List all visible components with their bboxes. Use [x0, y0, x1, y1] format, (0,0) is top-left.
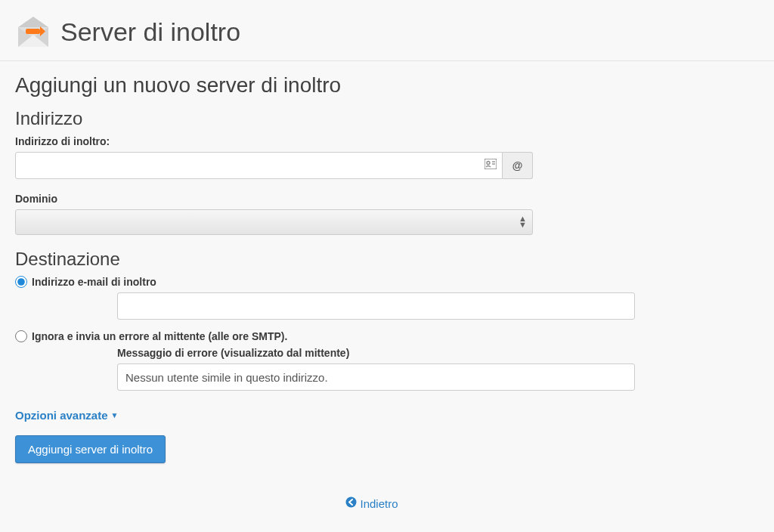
destination-heading: Destinazione — [15, 249, 759, 270]
error-radio[interactable] — [15, 330, 27, 342]
forward-option-row: Indirizzo e-mail di inoltro — [15, 276, 759, 288]
add-forwarder-heading: Aggiungi un nuovo server di inoltro — [15, 73, 759, 97]
arrow-left-circle-icon — [345, 496, 357, 510]
advanced-options-toggle[interactable]: Opzioni avanzate ▼ — [15, 409, 118, 422]
svg-marker-0 — [18, 17, 48, 27]
forward-email-input[interactable] — [117, 292, 635, 320]
error-message-wrapper: Messaggio di errore (visualizzato dal mi… — [117, 347, 759, 391]
svg-rect-4 — [26, 29, 40, 34]
domain-select[interactable] — [15, 209, 533, 235]
back-label: Indietro — [360, 497, 398, 510]
domain-select-wrapper: ▲▼ — [15, 209, 533, 235]
page-title: Server di inoltro — [60, 17, 240, 47]
forward-radio-label: Indirizzo e-mail di inoltro — [32, 276, 156, 288]
footer: Indietro — [15, 496, 759, 511]
forward-address-group: @ — [15, 152, 533, 179]
forward-email-wrapper — [117, 292, 759, 320]
forward-address-label: Indirizzo di inoltro: — [15, 135, 759, 147]
error-radio-label: Ignora e invia un errore al mittente (al… — [32, 330, 287, 342]
advanced-options-label: Opzioni avanzate — [15, 409, 108, 422]
error-message-input[interactable] — [117, 363, 635, 391]
forward-address-input[interactable] — [15, 152, 503, 179]
error-message-label: Messaggio di errore (visualizzato dal mi… — [117, 347, 759, 359]
content-area: Aggiungi un nuovo server di inoltro Indi… — [0, 61, 774, 523]
add-forwarder-button[interactable]: Aggiungi server di inoltro — [15, 435, 166, 463]
forward-radio[interactable] — [15, 276, 27, 288]
at-addon: @ — [503, 152, 533, 179]
domain-label: Dominio — [15, 193, 759, 205]
address-heading: Indirizzo — [15, 108, 759, 129]
svg-point-10 — [346, 497, 357, 508]
envelope-forward-icon — [15, 14, 51, 50]
caret-down-icon: ▼ — [111, 411, 119, 419]
error-option-row: Ignora e invia un errore al mittente (al… — [15, 330, 759, 342]
page-header: Server di inoltro — [0, 0, 774, 61]
back-link[interactable]: Indietro — [345, 496, 398, 510]
